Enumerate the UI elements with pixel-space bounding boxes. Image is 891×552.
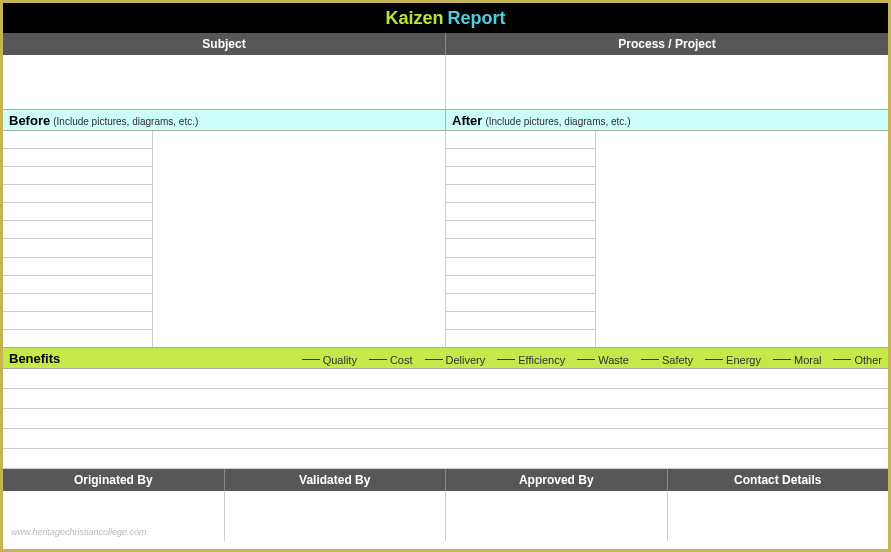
after-note: (Include pictures, diagrams, etc.) xyxy=(485,116,630,127)
benefit-option-label: Energy xyxy=(726,354,761,366)
list-item[interactable] xyxy=(3,258,152,276)
benefits-body xyxy=(3,369,888,469)
checkbox-line xyxy=(302,359,320,360)
list-item[interactable] xyxy=(3,131,152,149)
footer-contact: Contact Details xyxy=(668,469,889,491)
list-item[interactable] xyxy=(3,330,152,347)
list-item[interactable] xyxy=(3,167,152,185)
benefit-option-label: Moral xyxy=(794,354,822,366)
checkbox-line xyxy=(705,359,723,360)
footer-body xyxy=(3,491,888,541)
validated-cell[interactable] xyxy=(225,491,447,541)
list-item[interactable] xyxy=(3,239,152,257)
title-report: Report xyxy=(448,8,506,29)
benefit-option-label: Other xyxy=(854,354,882,366)
after-image-area[interactable] xyxy=(596,131,888,347)
subject-cell[interactable] xyxy=(3,55,446,109)
benefits-label: Benefits xyxy=(9,351,60,366)
list-item[interactable] xyxy=(3,312,152,330)
approved-cell[interactable] xyxy=(446,491,668,541)
before-note: (Include pictures, diagrams, etc.) xyxy=(53,116,198,127)
benefit-option-label: Delivery xyxy=(446,354,486,366)
list-item[interactable] xyxy=(446,221,595,239)
list-item[interactable] xyxy=(446,258,595,276)
benefit-option-energy[interactable]: Energy xyxy=(705,354,761,366)
list-item[interactable] xyxy=(446,203,595,221)
originated-cell[interactable] xyxy=(3,491,225,541)
list-item[interactable] xyxy=(446,312,595,330)
footer-originated: Originated By xyxy=(3,469,225,491)
checkbox-line xyxy=(497,359,515,360)
benefit-option-label: Quality xyxy=(323,354,357,366)
benefits-row[interactable] xyxy=(3,389,888,409)
benefits-header: Benefits QualityCostDeliveryEfficiencyWa… xyxy=(3,347,888,369)
process-cell[interactable] xyxy=(446,55,888,109)
list-item[interactable] xyxy=(446,239,595,257)
footer-approved: Approved By xyxy=(446,469,668,491)
after-column xyxy=(446,131,888,347)
checkbox-line xyxy=(773,359,791,360)
header-subject: Subject xyxy=(3,33,446,55)
list-item[interactable] xyxy=(446,167,595,185)
benefits-row[interactable] xyxy=(3,429,888,449)
footer-validated: Validated By xyxy=(225,469,447,491)
before-after-header: Before (Include pictures, diagrams, etc.… xyxy=(3,109,888,131)
checkbox-line xyxy=(577,359,595,360)
list-item[interactable] xyxy=(446,131,595,149)
footer-row: Originated By Validated By Approved By C… xyxy=(3,469,888,491)
before-image-area[interactable] xyxy=(153,131,445,347)
after-header: After (Include pictures, diagrams, etc.) xyxy=(446,110,888,130)
list-item[interactable] xyxy=(446,276,595,294)
checkbox-line xyxy=(641,359,659,360)
header-row: Subject Process / Project xyxy=(3,33,888,55)
list-item[interactable] xyxy=(3,294,152,312)
benefit-option-label: Cost xyxy=(390,354,413,366)
benefit-option-label: Waste xyxy=(598,354,629,366)
benefit-option-other[interactable]: Other xyxy=(833,354,882,366)
list-item[interactable] xyxy=(3,149,152,167)
benefit-option-delivery[interactable]: Delivery xyxy=(425,354,486,366)
benefit-option-waste[interactable]: Waste xyxy=(577,354,629,366)
before-label: Before xyxy=(9,113,50,128)
contact-cell[interactable] xyxy=(668,491,889,541)
benefit-option-efficiency[interactable]: Efficiency xyxy=(497,354,565,366)
benefits-row[interactable] xyxy=(3,369,888,389)
benefit-option-moral[interactable]: Moral xyxy=(773,354,822,366)
list-item[interactable] xyxy=(3,185,152,203)
title-bar: Kaizen Report xyxy=(3,3,888,33)
checkbox-line xyxy=(369,359,387,360)
benefit-option-cost[interactable]: Cost xyxy=(369,354,413,366)
list-item[interactable] xyxy=(3,203,152,221)
benefit-option-safety[interactable]: Safety xyxy=(641,354,693,366)
before-list xyxy=(3,131,153,347)
benefits-row[interactable] xyxy=(3,449,888,469)
list-item[interactable] xyxy=(446,149,595,167)
list-item[interactable] xyxy=(3,276,152,294)
checkbox-line xyxy=(425,359,443,360)
list-item[interactable] xyxy=(3,221,152,239)
checkbox-line xyxy=(833,359,851,360)
benefit-option-quality[interactable]: Quality xyxy=(302,354,357,366)
subject-body xyxy=(3,55,888,109)
title-kaizen: Kaizen xyxy=(385,8,443,29)
benefits-row[interactable] xyxy=(3,409,888,429)
after-list xyxy=(446,131,596,347)
list-item[interactable] xyxy=(446,294,595,312)
before-after-body xyxy=(3,131,888,347)
after-label: After xyxy=(452,113,482,128)
before-column xyxy=(3,131,446,347)
benefit-option-label: Efficiency xyxy=(518,354,565,366)
header-process: Process / Project xyxy=(446,33,888,55)
before-header: Before (Include pictures, diagrams, etc.… xyxy=(3,110,446,130)
list-item[interactable] xyxy=(446,185,595,203)
list-item[interactable] xyxy=(446,330,595,347)
benefit-option-label: Safety xyxy=(662,354,693,366)
